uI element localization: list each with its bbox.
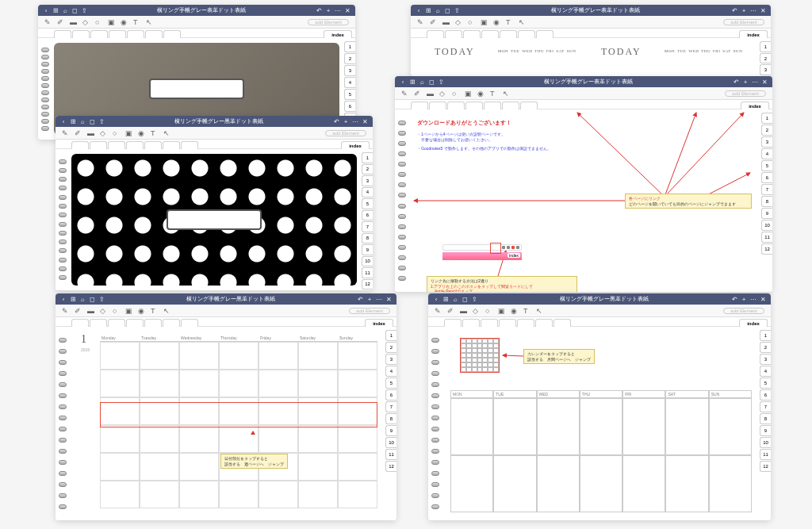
close-icon[interactable]: ✕ [761,79,768,85]
month-tab[interactable]: 3 [362,175,373,186]
text-icon[interactable]: T [133,18,141,26]
tab[interactable] [108,141,125,149]
image-icon[interactable]: ▣ [481,18,488,26]
eraser-icon[interactable]: ◇ [455,18,463,26]
month-tab[interactable]: 12 [760,461,771,472]
eraser-icon[interactable]: ◇ [100,307,108,315]
month-tab[interactable]: 6 [344,101,355,112]
tab[interactable] [517,319,534,327]
camera-icon[interactable]: ◉ [477,90,485,98]
tab[interactable] [481,30,499,38]
month-tab[interactable]: 1 [761,113,772,124]
undo-icon[interactable]: ↶ [731,7,737,13]
month-tab[interactable]: 2 [761,125,772,136]
add-icon[interactable]: + [343,118,349,125]
image-icon[interactable]: ▣ [498,307,506,315]
eraser-icon[interactable]: ◇ [439,90,447,98]
bookmark-icon[interactable]: ◻ [444,7,450,13]
pointer-icon[interactable]: ↖ [519,18,527,26]
index-tab[interactable]: index [739,30,768,38]
pencil-icon[interactable]: ✐ [430,18,438,26]
week-cell[interactable] [493,398,536,455]
close-icon[interactable]: ✕ [385,296,392,302]
mini-calendar[interactable] [460,338,500,373]
add-icon[interactable]: + [366,296,373,302]
month-tab[interactable]: 7 [385,401,396,412]
search-icon[interactable]: ⌕ [419,79,425,85]
search-icon[interactable]: ⌕ [435,7,441,13]
add-element-pill[interactable]: add Element [349,308,390,314]
month-tab[interactable]: 10 [760,437,771,448]
month-tab[interactable]: 6 [760,389,771,401]
month-tab[interactable]: 1 [362,152,373,163]
image-icon[interactable]: ▣ [108,18,116,26]
add-element-pill[interactable]: add Element [723,19,764,25]
calendar-cell[interactable] [298,370,338,397]
pointer-icon[interactable]: ↖ [163,129,171,137]
tab[interactable] [481,319,498,327]
tab[interactable] [90,30,108,38]
highlighter-icon[interactable]: ▬ [460,307,468,315]
month-tab[interactable]: 4 [362,187,373,198]
eraser-icon[interactable]: ◇ [473,307,481,315]
month-tab[interactable]: 9 [761,208,772,219]
undo-icon[interactable]: ↶ [333,118,339,125]
highlighter-icon[interactable]: ▬ [87,307,95,315]
calendar-cell[interactable] [100,425,140,453]
month-tab[interactable]: 1 [344,41,355,52]
tab[interactable] [163,30,181,38]
month-tab[interactable]: 9 [760,425,771,436]
tab[interactable] [429,102,446,109]
index-tab[interactable]: index [341,141,370,149]
month-tab[interactable]: 8 [761,196,772,207]
add-icon[interactable]: + [741,7,747,13]
week-cell[interactable] [665,455,708,512]
pen-icon[interactable]: ✎ [417,18,425,26]
tab[interactable] [90,319,107,327]
calendar-cell[interactable] [140,453,179,481]
month-tab[interactable]: 7 [760,401,771,412]
pointer-icon[interactable]: ↖ [163,307,171,315]
tab[interactable] [90,141,107,149]
tab[interactable] [465,102,483,109]
tab[interactable] [518,30,535,38]
add-icon[interactable]: + [742,79,749,85]
camera-icon[interactable]: ◉ [493,18,501,26]
grid-icon[interactable]: ⊞ [442,296,449,302]
add-icon[interactable]: + [741,296,747,302]
calendar-cell[interactable] [140,425,179,453]
week-cell[interactable] [493,455,536,512]
lasso-icon[interactable]: ○ [485,307,493,315]
month-tab[interactable]: 10 [385,437,396,448]
month-tab[interactable]: 11 [385,449,396,460]
camera-icon[interactable]: ◉ [138,129,146,137]
calendar-cell[interactable] [100,453,140,481]
close-icon[interactable]: ✕ [344,7,350,13]
tab[interactable] [447,102,465,109]
tab[interactable] [109,30,126,38]
month-tab[interactable]: 7 [362,221,373,232]
highlighter-icon[interactable]: ▬ [427,90,435,98]
bookmark-icon[interactable]: ◻ [89,118,95,125]
calendar-cell[interactable] [298,453,338,481]
tab[interactable] [484,102,501,109]
month-tab[interactable]: 11 [760,449,771,460]
calendar-cell[interactable] [179,481,219,508]
calendar-cell[interactable] [298,342,338,370]
eraser-icon[interactable]: ◇ [100,129,108,137]
tab[interactable] [163,319,180,327]
week-cell[interactable] [622,455,665,512]
text-icon[interactable]: T [151,307,159,315]
tab[interactable] [536,30,553,38]
calendar-cell[interactable] [259,370,298,397]
pencil-icon[interactable]: ✐ [414,90,422,98]
week-cell[interactable] [709,398,752,455]
pencil-icon[interactable]: ✐ [57,18,65,26]
tab[interactable] [411,102,428,109]
calendar-cell[interactable] [179,370,219,397]
pencil-icon[interactable]: ✐ [447,307,455,315]
tab[interactable] [181,141,198,149]
week-cell[interactable] [537,455,580,512]
month-tab[interactable]: 2 [760,53,771,64]
tab[interactable] [163,141,180,149]
